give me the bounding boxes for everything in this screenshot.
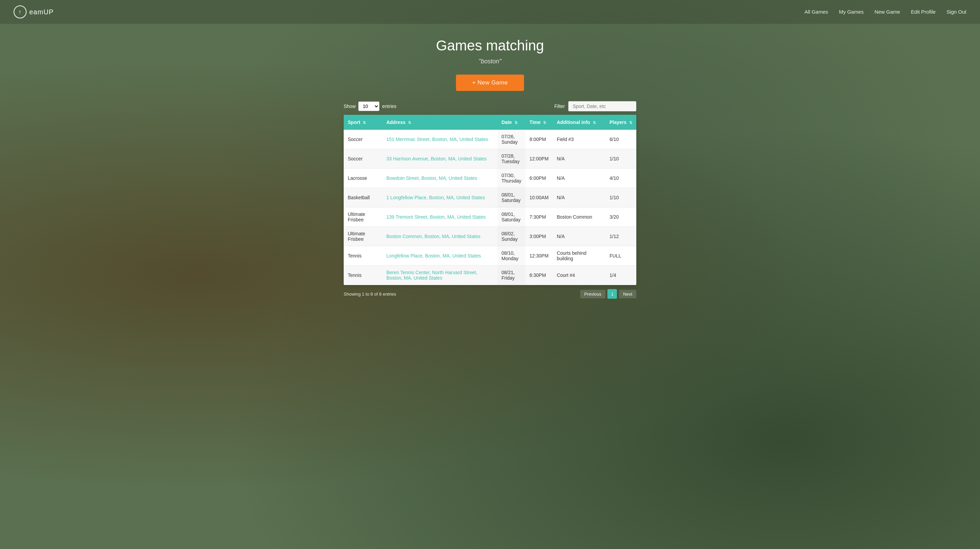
cell-additional-info: N/A <box>553 227 605 246</box>
cell-sport: Ultimate Frisbee <box>344 207 382 227</box>
entries-label: entries <box>382 104 396 109</box>
cell-address: Longfellow Place, Boston, MA, United Sta… <box>382 246 497 266</box>
nav-edit-profile[interactable]: Edit Profile <box>911 9 936 14</box>
cell-sport: Soccer <box>344 149 382 169</box>
sort-icon-time: ⇅ <box>543 121 546 125</box>
table-row[interactable]: Basketball 1 Longfellow Place, Boston, M… <box>344 188 636 207</box>
cell-players: FULL <box>605 246 636 266</box>
cell-players: 1/10 <box>605 149 636 169</box>
cell-additional-info: N/A <box>553 188 605 207</box>
cell-date: 08/10, Monday <box>498 246 525 266</box>
cell-address: Boston Common, Boston, MA, United States <box>382 227 497 246</box>
entries-select[interactable]: 10 25 50 100 <box>358 102 379 111</box>
cell-additional-info: Boston Common <box>553 207 605 227</box>
cell-date: 07/30, Thursday <box>498 169 525 188</box>
show-label: Show <box>344 104 356 109</box>
address-link[interactable]: 139 Tremont Street, Boston, MA, United S… <box>386 214 485 220</box>
main-content: Games matching "boston" + New Game Show … <box>337 24 643 319</box>
nav-links: All Games My Games New Game Edit Profile… <box>804 9 966 15</box>
col-address[interactable]: Address ⇅ <box>382 115 497 130</box>
table-row[interactable]: Tennis Beren Tennis Center, North Harvar… <box>344 266 636 285</box>
cell-time: 12:00PM <box>525 149 553 169</box>
nav-sign-out[interactable]: Sign Out <box>947 9 966 14</box>
cell-sport: Soccer <box>344 130 382 149</box>
address-link[interactable]: Bowdoin Street, Boston, MA, United State… <box>386 176 477 181</box>
table-footer: Showing 1 to 8 of 8 entries Previous 1 N… <box>344 289 636 299</box>
cell-address: 139 Tremont Street, Boston, MA, United S… <box>382 207 497 227</box>
cell-time: 6:30PM <box>525 266 553 285</box>
page-title: Games matching <box>344 37 636 54</box>
filter-wrap: Filter <box>554 101 636 112</box>
cell-time: 3:00PM <box>525 227 553 246</box>
address-link[interactable]: Beren Tennis Center, North Harvard Stree… <box>386 270 477 281</box>
next-button[interactable]: Next <box>619 290 636 298</box>
table-row[interactable]: Ultimate Frisbee Boston Common, Boston, … <box>344 227 636 246</box>
cell-additional-info: Courts behind building <box>553 246 605 266</box>
nav-all-games[interactable]: All Games <box>804 9 828 14</box>
cell-sport: Lacrosse <box>344 169 382 188</box>
col-players[interactable]: Players ⇅ <box>605 115 636 130</box>
table-row[interactable]: Tennis Longfellow Place, Boston, MA, Uni… <box>344 246 636 266</box>
navbar: ↑ eamUP All Games My Games New Game Edit… <box>0 0 980 24</box>
col-additional-info[interactable]: Additional info ⇅ <box>553 115 605 130</box>
show-entries: Show 10 25 50 100 entries <box>344 102 396 111</box>
pagination: Previous 1 Next <box>580 289 636 299</box>
table-header-row: Sport ⇅ Address ⇅ Date ⇅ Time ⇅ <box>344 115 636 130</box>
games-table: Sport ⇅ Address ⇅ Date ⇅ Time ⇅ <box>344 115 636 285</box>
table-controls: Show 10 25 50 100 entries Filter <box>344 101 636 112</box>
table-row[interactable]: Ultimate Frisbee 139 Tremont Street, Bos… <box>344 207 636 227</box>
sort-icon-date: ⇅ <box>514 121 517 125</box>
cell-players: 3/20 <box>605 207 636 227</box>
cell-date: 08/21, Friday <box>498 266 525 285</box>
new-game-button[interactable]: + New Game <box>456 75 524 91</box>
nav-my-games[interactable]: My Games <box>839 9 864 14</box>
cell-sport: Basketball <box>344 188 382 207</box>
cell-date: 08/01, Saturday <box>498 188 525 207</box>
page-1-button[interactable]: 1 <box>608 289 617 299</box>
sort-icon-sport: ⇅ <box>363 121 366 125</box>
cell-additional-info: N/A <box>553 149 605 169</box>
logo-icon: ↑ <box>14 5 27 18</box>
table-row[interactable]: Soccer 33 Harrison Avenue, Boston, MA, U… <box>344 149 636 169</box>
logo-text: eamUP <box>29 8 54 16</box>
sort-icon-players: ⇅ <box>629 121 632 125</box>
cell-address: 1 Longfellow Place, Boston, MA, United S… <box>382 188 497 207</box>
page-subtitle: "boston" <box>344 58 636 65</box>
cell-players: 1/4 <box>605 266 636 285</box>
filter-label: Filter <box>554 104 565 109</box>
cell-date: 07/26, Sunday <box>498 130 525 149</box>
cell-date: 07/28, Tuesday <box>498 149 525 169</box>
col-date[interactable]: Date ⇅ <box>498 115 525 130</box>
cell-address: 151 Merrimac Street, Boston, MA, United … <box>382 130 497 149</box>
cell-time: 8:00PM <box>525 130 553 149</box>
cell-address: Bowdoin Street, Boston, MA, United State… <box>382 169 497 188</box>
filter-input[interactable] <box>568 101 636 112</box>
cell-sport: Tennis <box>344 246 382 266</box>
cell-additional-info: Court #4 <box>553 266 605 285</box>
prev-button[interactable]: Previous <box>580 290 606 298</box>
address-link[interactable]: Longfellow Place, Boston, MA, United Sta… <box>386 253 481 259</box>
sort-icon-info: ⇅ <box>593 121 596 125</box>
nav-new-game[interactable]: New Game <box>875 9 900 14</box>
table-row[interactable]: Soccer 151 Merrimac Street, Boston, MA, … <box>344 130 636 149</box>
sort-icon-address: ⇅ <box>408 121 411 125</box>
cell-sport: Ultimate Frisbee <box>344 227 382 246</box>
col-sport[interactable]: Sport ⇅ <box>344 115 382 130</box>
showing-text: Showing 1 to 8 of 8 entries <box>344 292 396 297</box>
address-link[interactable]: 1 Longfellow Place, Boston, MA, United S… <box>386 195 485 200</box>
cell-address: Beren Tennis Center, North Harvard Stree… <box>382 266 497 285</box>
cell-time: 6:00PM <box>525 169 553 188</box>
logo-link[interactable]: ↑ eamUP <box>14 5 54 18</box>
cell-sport: Tennis <box>344 266 382 285</box>
address-link[interactable]: 33 Harrison Avenue, Boston, MA, United S… <box>386 156 487 161</box>
cell-date: 08/02, Sunday <box>498 227 525 246</box>
cell-players: 1/12 <box>605 227 636 246</box>
table-row[interactable]: Lacrosse Bowdoin Street, Boston, MA, Uni… <box>344 169 636 188</box>
cell-players: 1/10 <box>605 188 636 207</box>
cell-address: 33 Harrison Avenue, Boston, MA, United S… <box>382 149 497 169</box>
address-link[interactable]: Boston Common, Boston, MA, United States <box>386 234 480 239</box>
address-link[interactable]: 151 Merrimac Street, Boston, MA, United … <box>386 137 488 142</box>
col-time[interactable]: Time ⇅ <box>525 115 553 130</box>
cell-time: 12:30PM <box>525 246 553 266</box>
cell-additional-info: Field #3 <box>553 130 605 149</box>
